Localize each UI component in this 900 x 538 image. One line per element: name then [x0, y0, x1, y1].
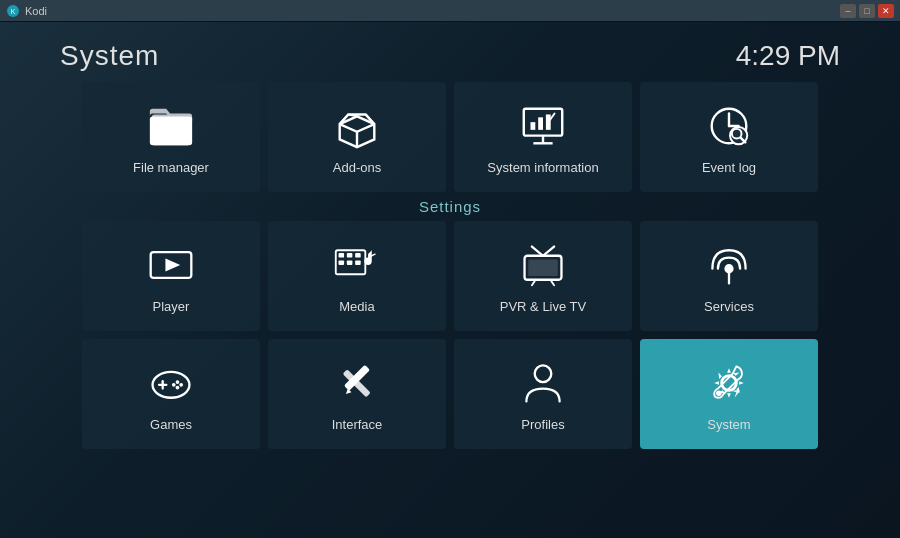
- player-icon: [145, 239, 197, 291]
- grid-item-event-log[interactable]: Event log: [640, 82, 818, 192]
- grid-item-file-manager[interactable]: File manager: [82, 82, 260, 192]
- svg-rect-9: [538, 117, 543, 130]
- svg-marker-21: [165, 258, 180, 271]
- minimize-button[interactable]: –: [840, 4, 856, 18]
- grid-item-games[interactable]: Games: [82, 339, 260, 449]
- kodi-icon: K: [6, 4, 20, 18]
- settings-label: Settings: [60, 198, 840, 215]
- file-manager-label: File manager: [133, 160, 209, 175]
- pvr-label: PVR & Live TV: [500, 299, 586, 314]
- svg-point-36: [724, 264, 733, 273]
- games-icon: [145, 357, 197, 409]
- profiles-label: Profiles: [521, 417, 564, 432]
- system-icon: [703, 357, 755, 409]
- svg-rect-26: [347, 260, 353, 265]
- system-information-label: System information: [487, 160, 598, 175]
- svg-rect-8: [531, 122, 536, 130]
- svg-rect-23: [339, 253, 345, 258]
- settings-section: Settings Player: [60, 198, 840, 449]
- titlebar: K Kodi – □ ✕: [0, 0, 900, 22]
- grid-item-system[interactable]: System: [640, 339, 818, 449]
- games-label: Games: [150, 417, 192, 432]
- svg-marker-51: [731, 390, 740, 397]
- titlebar-title: Kodi: [25, 5, 47, 17]
- main-content: System 4:29 PM File manager: [0, 22, 900, 538]
- page-title: System: [60, 40, 159, 72]
- svg-point-48: [535, 365, 552, 382]
- grid-item-player[interactable]: Player: [82, 221, 260, 331]
- media-label: Media: [339, 299, 374, 314]
- services-icon: [703, 239, 755, 291]
- system-information-icon: [517, 100, 569, 152]
- profiles-icon: [517, 357, 569, 409]
- grid-item-services[interactable]: Services: [640, 221, 818, 331]
- event-log-label: Event log: [702, 160, 756, 175]
- svg-point-44: [172, 383, 176, 387]
- svg-line-31: [543, 246, 554, 255]
- add-ons-icon: [331, 100, 383, 152]
- svg-rect-10: [546, 114, 551, 129]
- grid-item-media[interactable]: Media: [268, 221, 446, 331]
- player-label: Player: [153, 299, 190, 314]
- settings-row-1: Player: [60, 221, 840, 331]
- file-manager-icon: [145, 100, 197, 152]
- grid-item-add-ons[interactable]: Add-ons: [268, 82, 446, 192]
- svg-point-50: [716, 390, 722, 396]
- interface-icon: [331, 357, 383, 409]
- event-log-icon: [703, 100, 755, 152]
- svg-point-43: [176, 385, 180, 389]
- add-ons-label: Add-ons: [333, 160, 381, 175]
- grid-item-system-information[interactable]: System information: [454, 82, 632, 192]
- svg-rect-27: [355, 253, 361, 258]
- titlebar-controls: – □ ✕: [840, 4, 894, 18]
- clock: 4:29 PM: [736, 40, 840, 72]
- pvr-icon: [517, 239, 569, 291]
- maximize-button[interactable]: □: [859, 4, 875, 18]
- grid-item-profiles[interactable]: Profiles: [454, 339, 632, 449]
- settings-row-2: Games Interface: [60, 339, 840, 449]
- header: System 4:29 PM: [60, 22, 840, 82]
- svg-rect-28: [355, 260, 361, 265]
- media-icon: [331, 239, 383, 291]
- services-label: Services: [704, 299, 754, 314]
- grid-item-interface[interactable]: Interface: [268, 339, 446, 449]
- svg-point-41: [176, 380, 180, 384]
- svg-rect-25: [347, 253, 353, 258]
- close-button[interactable]: ✕: [878, 4, 894, 18]
- svg-line-30: [532, 246, 543, 255]
- top-row: File manager Add-ons: [60, 82, 840, 192]
- grid-item-pvr[interactable]: PVR & Live TV: [454, 221, 632, 331]
- system-label: System: [707, 417, 750, 432]
- svg-point-42: [179, 383, 183, 387]
- interface-label: Interface: [332, 417, 383, 432]
- titlebar-left: K Kodi: [6, 4, 47, 18]
- svg-text:K: K: [11, 8, 16, 15]
- svg-rect-33: [528, 259, 558, 276]
- svg-rect-24: [339, 260, 345, 265]
